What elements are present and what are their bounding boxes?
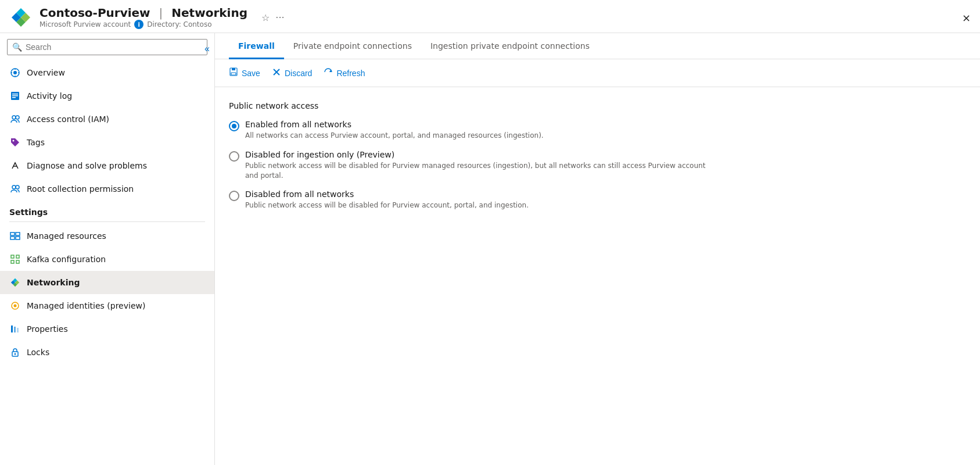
radio-enabled-all[interactable] [229, 121, 239, 131]
refresh-button[interactable]: Refresh [324, 67, 365, 78]
svg-point-14 [12, 116, 16, 119]
favorite-icon[interactable]: ☆ [261, 12, 270, 23]
radio-disabled-ingestion[interactable] [229, 151, 239, 162]
sidebar-item-label: Properties [27, 324, 68, 334]
subtitle: Microsoft Purview account i Directory: C… [40, 20, 247, 29]
section-divider [9, 221, 205, 222]
sidebar-item-label: Diagnose and solve problems [27, 161, 147, 170]
svg-rect-13 [12, 97, 16, 98]
svg-point-5 [13, 71, 17, 74]
radio-option-disabled-ingestion: Disabled for ingestion only (Preview) Pu… [229, 150, 966, 181]
managed-resources-icon [9, 230, 21, 242]
tab-private-endpoint[interactable]: Private endpoint connections [284, 33, 421, 59]
managed-identities-icon [9, 300, 21, 312]
sidebar-item-tags[interactable]: Tags [0, 131, 214, 154]
search-input[interactable] [26, 42, 202, 52]
radio-label-disabled-all: Disabled from all networks Public networ… [245, 189, 529, 210]
sidebar-item-label: Activity log [27, 91, 72, 101]
more-options-icon[interactable]: ··· [275, 12, 284, 23]
access-control-icon [9, 113, 21, 125]
sidebar-item-managed-identities[interactable]: Managed identities (preview) [0, 294, 214, 317]
sidebar-item-properties[interactable]: Properties [0, 317, 214, 341]
svg-rect-25 [16, 255, 19, 258]
svg-point-16 [13, 140, 15, 142]
settings-section-label: Settings [0, 201, 214, 219]
page-title: Contoso-Purview | Networking [40, 6, 247, 20]
search-box[interactable]: 🔍 [7, 39, 207, 55]
svg-rect-35 [14, 327, 16, 332]
sidebar-item-label: Overview [27, 68, 65, 77]
title-block: Contoso-Purview | Networking Microsoft P… [40, 6, 247, 29]
svg-rect-24 [11, 255, 14, 258]
sidebar-item-label: Kafka configuration [27, 255, 106, 264]
sidebar-item-label: Access control (IAM) [27, 115, 109, 124]
sidebar-item-locks[interactable]: Locks [0, 341, 214, 364]
svg-rect-36 [17, 328, 19, 332]
sidebar: 🔍 « Overview Activity log [0, 33, 215, 465]
activity-log-icon [9, 90, 21, 102]
tags-icon [9, 137, 21, 148]
collapse-sidebar-button[interactable]: « [200, 41, 214, 56]
sidebar-item-networking[interactable]: Networking [0, 271, 214, 294]
discard-button[interactable]: Discard [272, 67, 312, 78]
radio-label-enabled-all: Enabled from all networks All networks c… [245, 120, 544, 141]
svg-point-19 [16, 185, 19, 189]
sidebar-item-access-control[interactable]: Access control (IAM) [0, 108, 214, 131]
sidebar-item-label: Tags [27, 138, 45, 147]
sidebar-item-activity-log[interactable]: Activity log [0, 84, 214, 108]
network-access-radio-group: Enabled from all networks All networks c… [229, 120, 966, 210]
sidebar-item-label: Locks [27, 348, 49, 357]
tab-firewall[interactable]: Firewall [229, 33, 284, 59]
svg-rect-26 [11, 260, 14, 263]
properties-icon [9, 323, 21, 335]
sidebar-item-label: Root collection permission [27, 184, 134, 194]
svg-rect-20 [10, 233, 15, 235]
radio-option-disabled-all: Disabled from all networks Public networ… [229, 189, 966, 210]
radio-label-disabled-ingestion: Disabled for ingestion only (Preview) Pu… [245, 150, 710, 181]
toolbar: Save Discard Refresh [215, 59, 980, 87]
sidebar-item-kafka[interactable]: Kafka configuration [0, 248, 214, 271]
sidebar-item-overview[interactable]: Overview [0, 61, 214, 84]
svg-rect-12 [12, 95, 18, 96]
radio-option-enabled-all: Enabled from all networks All networks c… [229, 120, 966, 141]
tab-bar: Firewall Private endpoint connections In… [215, 33, 980, 59]
kafka-icon [9, 253, 21, 265]
radio-desc-disabled-ingestion: Public network access will be disabled f… [245, 161, 710, 181]
public-network-access-label: Public network access [229, 101, 966, 110]
search-icon: 🔍 [12, 42, 22, 52]
save-button[interactable]: Save [229, 67, 260, 78]
svg-rect-23 [16, 237, 20, 239]
svg-point-38 [15, 353, 16, 355]
sidebar-item-diagnose[interactable]: Diagnose and solve problems [0, 154, 214, 177]
radio-desc-enabled-all: All networks can access Purview account,… [245, 131, 544, 141]
refresh-icon [324, 67, 333, 78]
svg-point-18 [12, 185, 16, 189]
top-bar-left: Contoso-Purview | Networking Microsoft P… [9, 6, 285, 29]
sidebar-item-managed-resources[interactable]: Managed resources [0, 224, 214, 248]
svg-rect-41 [231, 73, 236, 75]
info-badge-icon[interactable]: i [134, 20, 143, 29]
radio-title-disabled-ingestion: Disabled for ingestion only (Preview) [245, 150, 710, 159]
discard-icon [272, 67, 281, 78]
top-bar: Contoso-Purview | Networking Microsoft P… [0, 0, 980, 33]
title-actions: ☆ ··· [261, 12, 285, 23]
main-layout: 🔍 « Overview Activity log [0, 33, 980, 465]
svg-rect-21 [16, 233, 20, 235]
tab-ingestion-private[interactable]: Ingestion private endpoint connections [421, 33, 599, 59]
sidebar-item-label: Managed resources [27, 231, 106, 241]
locks-icon [9, 346, 21, 358]
root-collection-icon [9, 183, 21, 195]
save-icon [229, 67, 238, 78]
svg-rect-27 [16, 260, 19, 263]
close-button[interactable]: × [962, 12, 971, 24]
nav-list: Overview Activity log Access control (IA… [0, 61, 214, 465]
diagnose-icon [9, 160, 21, 171]
sidebar-item-root-collection[interactable]: Root collection permission [0, 177, 214, 201]
firewall-section: Public network access Enabled from all n… [215, 87, 980, 224]
radio-disabled-all[interactable] [229, 191, 239, 201]
radio-title-disabled-all: Disabled from all networks [245, 189, 529, 199]
radio-desc-disabled-all: Public network access will be disabled f… [245, 201, 529, 210]
svg-rect-11 [12, 94, 18, 95]
svg-rect-22 [10, 237, 15, 239]
purview-logo-icon [9, 6, 33, 29]
